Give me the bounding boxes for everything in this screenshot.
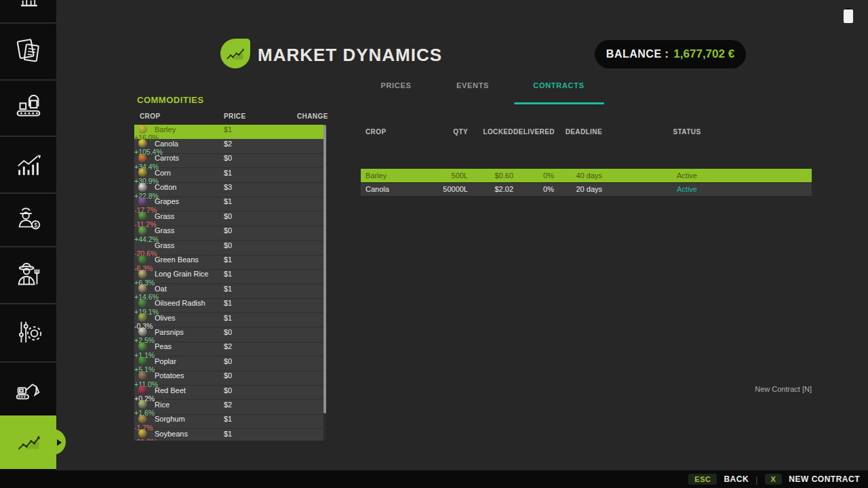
commodity-row-grass[interactable]: Grass$0+44.2%: [134, 226, 324, 241]
logo-chart-icon: [222, 41, 248, 66]
commodity-name: Rice: [155, 401, 224, 409]
battery-icon: [844, 9, 853, 23]
commodities-section-title: COMMODITIES: [137, 95, 204, 105]
page-title: MARKET DYNAMICS: [258, 45, 442, 66]
tab-events[interactable]: EVENTS: [456, 81, 489, 89]
commodity-name: Barley: [155, 125, 224, 134]
commodity-row-cotton[interactable]: Cotton$3+22.8%: [134, 183, 324, 197]
market-dynamics-icon: [13, 427, 44, 458]
sidebar-item-farmers[interactable]: [0, 246, 56, 303]
commodity-row-canola[interactable]: Canola$2+105.4%: [134, 139, 324, 153]
corn-icon: [138, 168, 147, 177]
back-button[interactable]: BACK: [724, 474, 749, 484]
commodity-name: Soybeans: [155, 430, 224, 438]
olives-icon: [138, 313, 147, 322]
carrots-icon: [138, 154, 147, 163]
commodity-price: $1: [224, 270, 324, 278]
rice-icon: [138, 400, 147, 409]
finances-icon: $: [13, 205, 44, 236]
commodity-price: $1: [224, 197, 324, 205]
canola-icon: [138, 139, 147, 148]
commodity-price: $2: [224, 342, 324, 350]
commodity-row-barley[interactable]: Barley$1+16.0%: [134, 125, 324, 139]
commodity-name: Peas: [155, 342, 224, 350]
commodity-row-rice[interactable]: Rice$2+1.6%: [134, 400, 324, 414]
sidebar-item-construction[interactable]: [0, 361, 56, 415]
settings-icon: [13, 317, 44, 348]
commodities-col-crop: CROP: [134, 113, 224, 120]
cotton-icon: [138, 183, 147, 192]
commodity-row-grass[interactable]: Grass$0-20.6%: [134, 241, 324, 255]
contracts-col-qty: QTY: [424, 128, 468, 136]
commodity-row-long-grain-rice[interactable]: Long Grain Rice$1+6.3%: [134, 270, 324, 284]
sidebar: $: [0, 0, 56, 470]
commodity-name: Sorghum: [155, 415, 224, 423]
commodity-row-green-beans[interactable]: Green Beans$1-6.3%: [134, 256, 324, 270]
commodity-name: Olives: [155, 314, 224, 322]
commodity-price: $3: [224, 183, 324, 191]
top-partial-icon: [13, 0, 44, 16]
commodity-name: Grass: [155, 241, 224, 249]
commodity-price: $0: [224, 241, 324, 249]
new-contract-hint: New Contract [N]: [755, 385, 812, 393]
contract-row-canola[interactable]: Canola50000L$2.020%20 daysActive: [361, 183, 812, 197]
commodity-name: Canola: [155, 140, 224, 148]
sidebar-item-settings[interactable]: [0, 303, 56, 359]
grapes-icon: [138, 197, 147, 206]
commodity-row-red-beet[interactable]: Red Beet$0+0.2%: [134, 386, 324, 400]
commodity-price: $1: [224, 285, 324, 293]
contract-qty: 500L: [424, 171, 468, 180]
sidebar-item-production[interactable]: [0, 79, 56, 134]
contract-locked: $2.02: [468, 185, 513, 193]
peas-icon: [138, 342, 147, 351]
potatoes-icon: [138, 371, 147, 380]
commodity-row-grapes[interactable]: Grapes$1-17.7%: [134, 197, 324, 211]
commodity-change: -31.3%: [134, 438, 155, 441]
red-beet-icon: [138, 386, 147, 394]
statistics-icon: [13, 148, 44, 180]
commodity-name: Red Beet: [155, 386, 224, 394]
contract-deadline: 20 days: [554, 185, 602, 193]
commodity-row-carrots[interactable]: Carrots$0+34.4%: [134, 154, 324, 168]
commodity-row-grass[interactable]: Grass$0-11.2%: [134, 211, 324, 226]
sidebar-item-top-partial[interactable]: [0, 0, 56, 20]
commodity-name: Cotton: [155, 183, 224, 191]
commodity-row-oilseed-radish[interactable]: Oilseed Radish$1+19.1%: [134, 299, 324, 313]
grass-bale-icon: [138, 226, 147, 235]
commodity-row-poplar[interactable]: Poplar$0+5.1%: [134, 357, 324, 371]
contract-crop: Barley: [361, 171, 424, 180]
tab-prices[interactable]: PRICES: [380, 81, 411, 89]
commodity-name: Grass: [155, 212, 224, 220]
tab-contracts[interactable]: CONTRACTS: [533, 81, 584, 89]
commodities-col-price: PRICE: [224, 113, 297, 120]
sidebar-item-market-dynamics[interactable]: [0, 415, 56, 469]
commodity-name: Green Beans: [155, 256, 224, 264]
contract-deadline: 40 days: [554, 171, 602, 180]
sidebar-item-documents[interactable]: [0, 22, 56, 77]
commodities-scrollbar[interactable]: [323, 125, 326, 441]
commodity-row-peas[interactable]: Peas$2+1.1%: [134, 342, 324, 357]
commodity-name: Poplar: [155, 357, 224, 365]
commodity-row-corn[interactable]: Corn$1+30.9%: [134, 168, 324, 182]
commodity-price: $0: [224, 226, 324, 235]
contract-row-barley[interactable]: Barley500L$0.600%40 daysActive: [361, 169, 812, 183]
green-beans-icon: [138, 256, 147, 264]
commodity-row-sorghum[interactable]: Sorghum$1-1.7%: [134, 415, 324, 429]
commodity-row-potatoes[interactable]: Potatoes$0+11.0%: [134, 371, 324, 386]
commodities-col-change: CHANGE: [297, 113, 328, 120]
sidebar-item-finances[interactable]: $: [0, 192, 56, 246]
contract-delivered: 0%: [513, 185, 554, 193]
commodity-row-parsnips[interactable]: Parsnips$0+2.5%: [134, 327, 324, 342]
contracts-col-deadline: DEADLINE: [554, 128, 602, 136]
commodities-scrollbar-thumb[interactable]: [323, 125, 326, 413]
contract-crop: Canola: [361, 185, 424, 193]
new-contract-button[interactable]: NEW CONTRACT: [789, 474, 860, 484]
documents-icon: [13, 35, 44, 66]
commodity-name: Oat: [155, 285, 224, 293]
commodity-row-oat[interactable]: Oat$1+14.6%: [134, 284, 324, 298]
commodity-row-soybeans[interactable]: Soybeans$1-31.3%: [134, 429, 324, 441]
commodity-row-olives[interactable]: Olives$1-0.3%: [134, 313, 324, 327]
commodity-name: Parsnips: [155, 328, 224, 336]
sidebar-item-statistics[interactable]: [0, 136, 56, 190]
production-icon: [13, 92, 44, 123]
